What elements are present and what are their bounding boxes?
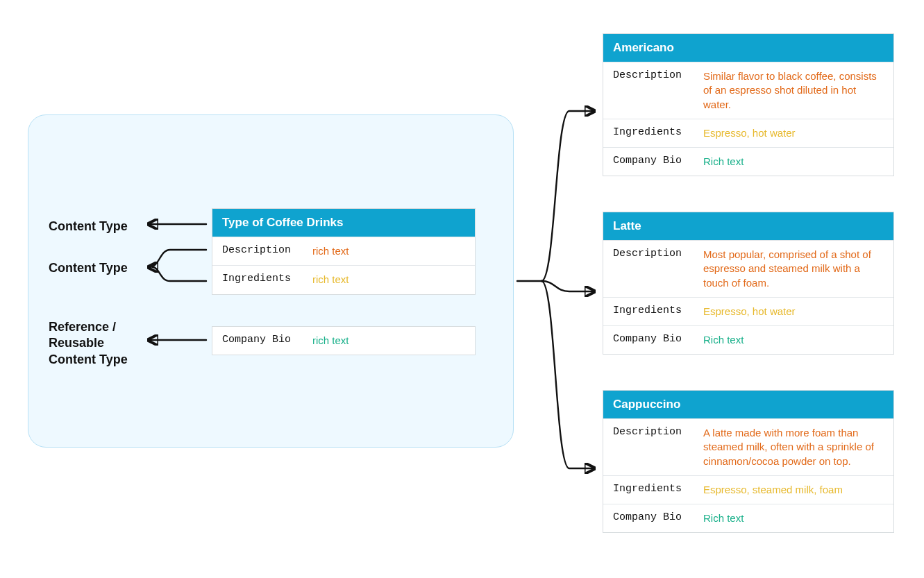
field-value: Rich text bbox=[700, 504, 893, 532]
instance-card-title: Americano bbox=[603, 34, 893, 62]
field-value: Espresso, hot water bbox=[700, 298, 893, 325]
field-value: A latte made with more foam than steamed… bbox=[700, 419, 893, 475]
field-value: Rich text bbox=[700, 326, 893, 354]
content-type-card: Type of Coffee Drinks Description rich t… bbox=[212, 208, 476, 295]
field-key: Ingredients bbox=[603, 298, 700, 325]
instance-card-latte: Latte Description Most popular, comprise… bbox=[603, 212, 894, 355]
field-row: Description Most popular, comprised of a… bbox=[603, 240, 893, 297]
content-type-card-title: Type of Coffee Drinks bbox=[212, 209, 475, 237]
field-row: Description A latte made with more foam … bbox=[603, 418, 893, 475]
field-value: Similar flavor to black coffee, consists… bbox=[700, 62, 893, 119]
field-row: Description Similar flavor to black coff… bbox=[603, 62, 893, 119]
field-type: rich text bbox=[310, 237, 475, 265]
field-type: rich text bbox=[310, 327, 475, 355]
field-value: Rich text bbox=[700, 148, 893, 176]
field-type: rich text bbox=[310, 266, 475, 294]
label-content-type-2: Content Type bbox=[49, 260, 128, 276]
field-key: Description bbox=[212, 237, 310, 265]
instance-card-title: Cappuccino bbox=[603, 391, 893, 418]
field-key: Description bbox=[603, 241, 700, 297]
instance-card-cappuccino: Cappuccino Description A latte made with… bbox=[603, 390, 894, 533]
field-value: Most popular, comprised of a shot of esp… bbox=[700, 241, 893, 297]
field-key: Company Bio bbox=[212, 327, 310, 355]
field-row: Company Bio Rich text bbox=[603, 147, 893, 176]
field-key: Company Bio bbox=[603, 504, 700, 532]
field-key: Company Bio bbox=[603, 148, 700, 176]
label-reference-content-type: Reference / Reusable Content Type bbox=[49, 319, 139, 368]
reference-content-type-card: Company Bio rich text bbox=[212, 326, 476, 355]
field-value: Espresso, steamed milk, foam bbox=[700, 476, 893, 504]
field-row: Company Bio Rich text bbox=[603, 325, 893, 354]
field-key: Ingredients bbox=[603, 119, 700, 147]
field-row-ingredients: Ingredients rich text bbox=[212, 265, 475, 294]
field-row: Ingredients Espresso, hot water bbox=[603, 119, 893, 147]
instance-card-americano: Americano Description Similar flavor to … bbox=[603, 33, 894, 176]
field-key: Ingredients bbox=[212, 266, 310, 294]
field-row: Ingredients Espresso, hot water bbox=[603, 297, 893, 325]
field-row-company-bio: Company Bio rich text bbox=[212, 327, 475, 355]
field-value: Espresso, hot water bbox=[700, 119, 893, 147]
field-row: Ingredients Espresso, steamed milk, foam bbox=[603, 475, 893, 504]
field-row: Company Bio Rich text bbox=[603, 504, 893, 532]
field-key: Ingredients bbox=[603, 476, 700, 504]
field-key: Company Bio bbox=[603, 326, 700, 354]
field-row-description: Description rich text bbox=[212, 237, 475, 265]
field-key: Description bbox=[603, 419, 700, 475]
instance-card-title: Latte bbox=[603, 212, 893, 240]
label-content-type-1: Content Type bbox=[49, 219, 128, 235]
field-key: Description bbox=[603, 62, 700, 119]
diagram-stage: Content Type Content Type Reference / Re… bbox=[21, 28, 903, 576]
